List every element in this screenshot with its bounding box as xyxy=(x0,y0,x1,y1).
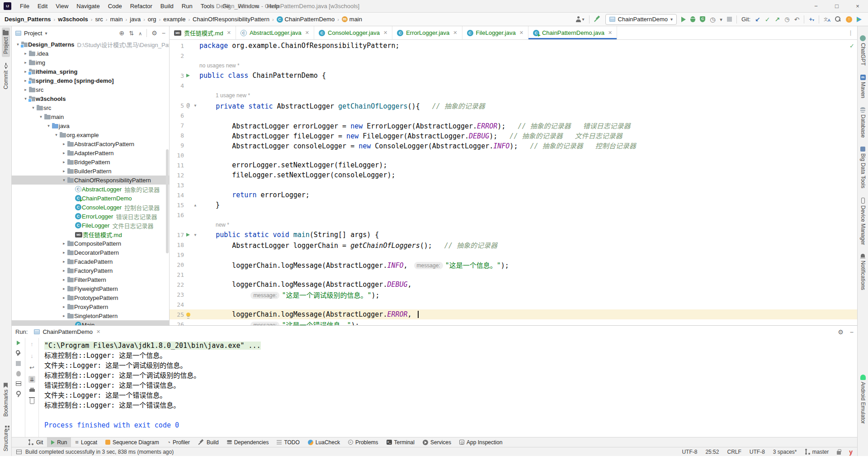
menu-run[interactable]: Run xyxy=(178,0,197,12)
menu-view[interactable]: View xyxy=(52,0,72,12)
breadcrumb-chainofresponsibilitypattern[interactable]: ChainOfResponsibilityPattern xyxy=(192,16,270,23)
code-line-10[interactable]: 10 xyxy=(170,150,857,160)
tree-node-w3schools[interactable]: ▾w3schools xyxy=(12,94,169,103)
pin-tab-icon[interactable] xyxy=(16,391,21,395)
close-icon[interactable]: ✕ xyxy=(608,30,612,36)
tree-node-facadepattern[interactable]: ▸FacadePattern xyxy=(12,257,169,266)
stripe-item-bookmarks[interactable]: Bookmarks xyxy=(2,380,10,420)
run-with-coverage-button[interactable] xyxy=(700,16,705,22)
toolwindow-services[interactable]: Services xyxy=(419,437,455,447)
debug-button[interactable] xyxy=(690,16,695,22)
code-line-19[interactable]: 19 xyxy=(170,250,857,260)
git-rollback-icon[interactable] xyxy=(794,16,800,23)
incoming-changes-icon[interactable] xyxy=(809,16,814,23)
print-icon[interactable] xyxy=(29,388,35,393)
close-icon[interactable]: ✕ xyxy=(519,30,524,36)
tree-node-md[interactable]: 责任链模式.md xyxy=(12,230,169,239)
tree-node-filterpattern[interactable]: ▸FilterPattern xyxy=(12,275,169,284)
tree-node-main[interactable]: ▾main xyxy=(12,112,169,121)
chevron-collapsed-icon[interactable]: ▸ xyxy=(61,259,67,264)
editor-tab-md[interactable]: 责任链模式.md✕ xyxy=(170,26,236,39)
tree-node-consolelogger[interactable]: ConsoleLogger控制台记录器 xyxy=(12,203,169,212)
tree-node-abstractfactorypattern[interactable]: ▸AbstractFactoryPattern xyxy=(12,139,169,148)
run-button[interactable] xyxy=(681,17,686,22)
tree-node-adapterpattern[interactable]: ▸AdapterPattern xyxy=(12,148,169,157)
chevron-collapsed-icon[interactable]: ▸ xyxy=(22,60,29,65)
tree-node-prototypepattern[interactable]: ▸PrototypePattern xyxy=(12,293,169,302)
console-output[interactable]: "C:\Program Files\Java\jdk1.8.0_201\bin\… xyxy=(39,338,857,437)
stripe-item-notifications[interactable]: Notifications xyxy=(859,251,867,293)
code-line-11[interactable]: 11 errorLogger.setNextLogger(fileLogger)… xyxy=(170,160,857,170)
code-line-6[interactable]: 6 xyxy=(170,110,857,120)
tree-node-chainpatterndemo[interactable]: ChainPatternDemo xyxy=(12,194,169,203)
tree-node-flyweightpattern[interactable]: ▸FlyweightPattern xyxy=(12,284,169,293)
stripe-item-android-emulator[interactable]: Android Emulator xyxy=(859,371,867,427)
code-line-9[interactable]: 9 AbstractLogger consoleLogger = new Con… xyxy=(170,140,857,150)
more-run-options-icon[interactable] xyxy=(720,16,722,23)
chevron-collapsed-icon[interactable]: ▸ xyxy=(22,87,29,92)
tree-node-img[interactable]: ▸img xyxy=(12,58,169,67)
usage-hint[interactable]: new * xyxy=(199,222,229,228)
code-line-23[interactable]: 23 message:"这是一个调试级别的信息。"); xyxy=(170,290,857,299)
close-icon[interactable]: ✕ xyxy=(453,30,457,36)
code-line-16[interactable]: 16 xyxy=(170,210,857,220)
run-settings-icon[interactable] xyxy=(838,328,844,336)
translate-icon[interactable] xyxy=(824,16,830,23)
run-line-icon[interactable] xyxy=(186,74,190,77)
plugin-run-icon[interactable] xyxy=(857,17,862,22)
status-utf-8[interactable]: UTF-8 xyxy=(750,449,765,455)
intention-bulb-icon[interactable] xyxy=(186,313,190,317)
close-icon[interactable]: ✕ xyxy=(383,30,387,36)
toolwindow-app-inspection[interactable]: App Inspection xyxy=(455,437,506,447)
stripe-item-commit[interactable]: Commit xyxy=(2,60,10,92)
code-line-7[interactable]: 7 AbstractLogger errorLogger = new Error… xyxy=(170,120,857,130)
project-panel-title[interactable]: Project xyxy=(24,30,42,37)
tree-node-compositepattern[interactable]: ▸CompositePattern xyxy=(12,239,169,248)
status-utf-8[interactable]: UTF-8 xyxy=(682,449,697,455)
toolwindow-sequence-diagram[interactable]: Sequence Diagram xyxy=(101,437,163,447)
chevron-collapsed-icon[interactable]: ▸ xyxy=(61,151,67,155)
menu-navigate[interactable]: Navigate xyxy=(72,0,104,12)
locate-file-icon[interactable] xyxy=(119,29,125,37)
status-25-52[interactable]: 25:52 xyxy=(705,449,719,455)
editor-tab-errorlogger-java[interactable]: ErrorLogger.java✕ xyxy=(392,26,462,39)
breadcrumb-org[interactable]: org xyxy=(147,16,157,23)
tree-node-errorlogger[interactable]: ErrorLogger错误日志记录器 xyxy=(12,212,169,221)
run-tab[interactable]: ChainPatternDemo ✕ xyxy=(32,326,102,338)
tree-node-bridgepattern[interactable]: ▸BridgePattern xyxy=(12,157,169,166)
chevron-expanded-icon[interactable]: ▾ xyxy=(30,105,37,110)
toolwindow-problems[interactable]: Problems xyxy=(344,437,382,447)
code-line-20[interactable]: 20 loggerChain.logMessage(AbstractLogger… xyxy=(170,260,857,270)
code-line-21[interactable]: 21 xyxy=(170,270,857,280)
chevron-collapsed-icon[interactable]: ▸ xyxy=(61,268,67,273)
chevron-expanded-icon[interactable]: ▾ xyxy=(45,124,52,128)
code-line-26[interactable]: 26 message:"这是一个错误信息。"); xyxy=(170,319,857,325)
profiler-button[interactable] xyxy=(710,16,715,23)
tree-node-filelogger[interactable]: FileLogger文件日志记录器 xyxy=(12,221,169,230)
tree-node-org-example[interactable]: ▾org.example xyxy=(12,130,169,139)
inspection-ok-icon[interactable]: ✓ xyxy=(849,43,854,49)
tree-node-singletonpattern[interactable]: ▸SingletonPattern xyxy=(12,311,169,320)
chevron-collapsed-icon[interactable]: ▸ xyxy=(61,304,67,309)
code-editor[interactable]: 1package org.example.ChainOfResponsibili… xyxy=(170,40,857,325)
chevron-expanded-icon[interactable]: ▾ xyxy=(53,133,60,137)
chevron-collapsed-icon[interactable]: ▸ xyxy=(61,241,67,246)
editor-tab-chainpatterndemo-java[interactable]: ChainPatternDemo.java✕ xyxy=(528,26,617,39)
menu-edit[interactable]: Edit xyxy=(33,0,52,12)
translation-plugin-icon[interactable]: y xyxy=(849,448,853,456)
tree-node-src[interactable]: ▸src xyxy=(12,85,169,94)
editor-tab-abstractlogger-java[interactable]: AbstractLogger.java✕ xyxy=(236,26,314,39)
toolwindow-run[interactable]: Run xyxy=(47,437,71,447)
breadcrumb-design-patterns[interactable]: Design_Patterns xyxy=(4,16,52,23)
code-line-17[interactable]: 17▼ public static void main(String[] arg… xyxy=(170,230,857,240)
git-push-icon[interactable] xyxy=(775,16,780,23)
soft-wrap-icon[interactable] xyxy=(29,364,34,371)
collapse-all-icon[interactable] xyxy=(138,30,142,37)
close-button[interactable]: × xyxy=(847,0,868,12)
toolwindow-todo[interactable]: TODO xyxy=(273,437,303,447)
menu-build[interactable]: Build xyxy=(156,0,178,12)
scroll-to-end-icon[interactable] xyxy=(28,376,35,383)
tab-options-icon[interactable]: ⋮ xyxy=(844,26,857,39)
code-line-13[interactable]: 13 xyxy=(170,180,857,190)
code-line-3[interactable]: 3public class ChainPatternDemo { xyxy=(170,71,857,81)
